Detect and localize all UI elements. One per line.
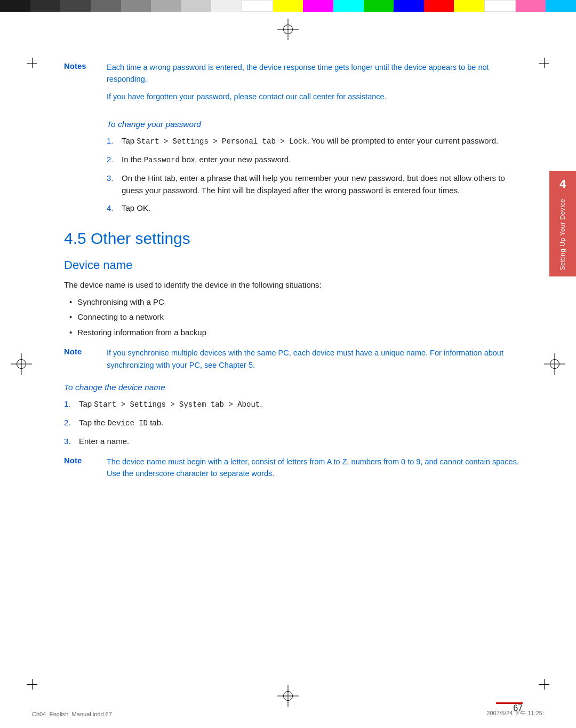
cdn-num-1: 1. [64, 398, 74, 411]
device-name-heading: Device name [64, 258, 523, 272]
bullet-text-2: Connecting to a network [77, 311, 164, 323]
note-text-1: If you synchronise multiple devices with… [107, 347, 523, 371]
notes-label: Notes [64, 61, 96, 108]
list-item: 3. On the Hint tab, enter a phrase that … [107, 172, 523, 197]
list-item: 1. Tap Start > Settings > System tab > A… [64, 398, 523, 411]
footer-left: Ch04_English_Manual.indd 67 [32, 711, 112, 717]
bullet-item-2: • Connecting to a network [69, 311, 523, 323]
cdn-step2-mono: Device ID [107, 419, 148, 428]
chapter-text: Setting Up Your Device [558, 199, 567, 270]
note-label-2: Note [64, 456, 96, 480]
list-num-2: 2. [107, 153, 116, 167]
list-item: 4. Tap OK. [107, 202, 523, 214]
cdn-num-3: 3. [64, 435, 74, 447]
list-num-1: 1. [107, 134, 116, 148]
left-crosshair [11, 353, 32, 375]
list-item: 1. Tap Start > Settings > Personal tab >… [107, 134, 523, 148]
step2-mono: Password [144, 156, 180, 164]
list-item: 2. Tap the Device ID tab. [64, 416, 523, 430]
bullet-text-3: Restoring information from a backup [77, 327, 206, 339]
cdn-text-2: Tap the Device ID tab. [79, 416, 523, 430]
notes-content: Each time a wrong password is entered, t… [107, 61, 523, 108]
chapter-heading: 4.5 Other settings [64, 230, 523, 248]
bullet-dot-1: • [69, 296, 72, 308]
list-text-2: In the Password box, enter your new pass… [122, 153, 523, 167]
change-device-name-section: To change the device name 1. Tap Start >… [64, 383, 523, 447]
list-text-4: Tap OK. [122, 202, 523, 214]
cdn-num-2: 2. [64, 416, 74, 430]
note-content-1: If you synchronise multiple devices with… [107, 347, 523, 371]
step1-mono: Start > Settings > Personal tab > Lock [137, 137, 307, 146]
note-text-2: The device name must begin with a letter… [107, 456, 523, 480]
change-device-name-heading: To change the device name [64, 383, 523, 392]
bullet-dot-2: • [69, 311, 72, 323]
page-content: Notes Each time a wrong password is ente… [64, 61, 523, 685]
change-password-section: To change your password 1. Tap Start > S… [107, 120, 523, 214]
change-password-list: 1. Tap Start > Settings > Personal tab >… [107, 134, 523, 214]
bottom-crosshair [277, 685, 299, 707]
bullet-text-1: Synchronising with a PC [77, 296, 164, 308]
list-num-4: 4. [107, 202, 116, 214]
note-label-1: Note [64, 347, 96, 371]
note-block-2: Note The device name must begin with a l… [64, 456, 523, 480]
cdn-text-3: Enter a name. [79, 435, 523, 447]
device-name-bullets: • Synchronising with a PC • Connecting t… [69, 296, 523, 339]
top-right-corner [539, 58, 549, 68]
note-content-2: The device name must begin with a letter… [107, 456, 523, 480]
cdn-text-1: Tap Start > Settings > System tab > Abou… [79, 398, 523, 411]
bottom-right-corner [539, 679, 549, 690]
notes-text1: Each time a wrong password is entered, t… [107, 61, 523, 85]
notes-block: Notes Each time a wrong password is ente… [64, 61, 523, 108]
bottom-left-corner [27, 679, 37, 690]
top-crosshair [277, 19, 299, 40]
list-text-1: Tap Start > Settings > Personal tab > Lo… [122, 134, 523, 148]
list-item: 3. Enter a name. [64, 435, 523, 447]
color-bar [0, 0, 576, 12]
note-block-1: Note If you synchronise multiple devices… [64, 347, 523, 371]
footer-right: 2007/5/24 下午 11:25: [486, 709, 544, 717]
chapter-number: 4 [559, 177, 566, 191]
cdn-step1-mono: Start > Settings > System tab > About [94, 400, 260, 409]
list-text-3: On the Hint tab, enter a phrase that wil… [122, 172, 523, 197]
device-name-body: The device name is used to identify the … [64, 279, 523, 291]
bullet-item-3: • Restoring information from a backup [69, 327, 523, 339]
bullet-dot-3: • [69, 327, 72, 339]
chapter-tab: 4 Setting Up Your Device [549, 171, 576, 276]
change-device-name-list: 1. Tap Start > Settings > System tab > A… [64, 398, 523, 447]
bullet-item-1: • Synchronising with a PC [69, 296, 523, 308]
right-crosshair [544, 353, 565, 375]
list-num-3: 3. [107, 172, 116, 197]
list-item: 2. In the Password box, enter your new p… [107, 153, 523, 167]
notes-text2: If you have forgotten your password, ple… [107, 91, 523, 102]
change-password-heading: To change your password [107, 120, 523, 129]
top-left-corner [27, 58, 37, 68]
